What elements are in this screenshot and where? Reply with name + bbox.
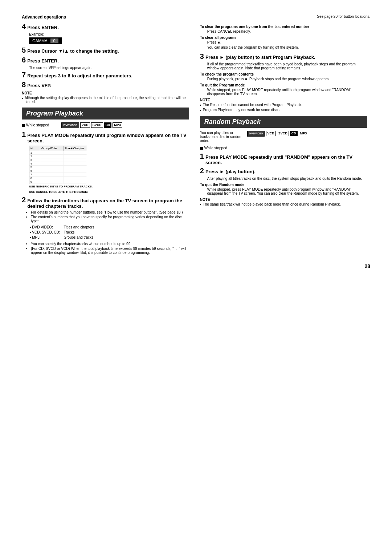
note-title-right: NOTE (200, 98, 367, 102)
program-caption-2: USE CANCEL TO DELETE THE PROGRAM. (29, 190, 189, 194)
step-8-heading: Press VFP. (27, 83, 51, 88)
note-section-left: NOTE • Although the setting display disa… (22, 91, 189, 104)
step-7-row: 7 Repeat steps 3 to 6 to adjust other pa… (22, 71, 189, 79)
badge-mp3: MP3 (113, 122, 122, 128)
right-col-upper: To clear the programs one by one from th… (200, 25, 367, 112)
prog-step-3-number: 3 (200, 52, 204, 61)
rand-step-1-number: 1 (200, 152, 204, 161)
table-row: 6 (29, 169, 87, 173)
page-header: Advanced operations See page 20 for butt… (22, 15, 370, 20)
note-text-random: The same title/track will not be played … (203, 202, 341, 206)
note-bullet-random: • (200, 202, 201, 207)
black-square-icon (22, 124, 25, 127)
step-7-heading: Repeat steps 3 to 6 to adjust other para… (27, 73, 132, 78)
rand-step-2-heading: Press ► (play button). (205, 169, 256, 174)
prog-step-1-heading: Press PLAY MODE repeatedly until program… (27, 133, 189, 143)
step-6-row: 6 Press ENTER. (22, 56, 189, 64)
prog-step-3-row: 3 Press ► (play button) to start Program… (200, 52, 367, 61)
random-while-stopped-label: While stopped (204, 146, 227, 150)
prog-step-3-desc: If all of the programmed tracks/files ha… (207, 62, 367, 70)
quit-random-heading: To quit the Random mode (200, 183, 367, 187)
disc-type-dvd-content: Titles and chapters (64, 225, 97, 230)
badge-vcd-random: VCD (266, 131, 276, 136)
badge-dvd: DVDVIDEO (61, 122, 79, 128)
program-playback-banner: Program Playback (22, 108, 189, 119)
table-row: 5 (29, 166, 87, 169)
step-5-number: 5 (22, 46, 26, 54)
while-stopped-row: While stopped DVDVIDEO VCD SVCD CD MP3 (22, 122, 189, 128)
random-while-stopped: While stopped (200, 146, 367, 150)
bullet-4: (For CD, SVCD or VCD) When the total pla… (31, 247, 189, 255)
bullet-1: For details on using the number buttons,… (31, 210, 189, 214)
badge-cd-random: CD (290, 131, 298, 136)
gamma-value: 0 (50, 39, 58, 43)
left-column: 4 Press ENTER. Example: GAMMA 0 5 Press … (22, 23, 189, 256)
clear-one-heading: To clear the programs one by one from th… (200, 25, 367, 29)
step-6-sub: The current VFP settings appear again. (29, 66, 189, 70)
clear-all-heading: To clear all programs (200, 36, 367, 40)
prog-step-3-heading: Press ► (play button) to start Program P… (205, 54, 315, 60)
badge-mp3-random: MP3 (299, 131, 309, 136)
quit-random-text: While stopped, press PLAY MODE repeatedl… (207, 187, 367, 195)
step-6-number: 6 (22, 56, 26, 64)
random-playback-banner: Random Playback (200, 116, 367, 128)
rand-step-2-desc: After playing all titles/tracks on the d… (207, 177, 367, 181)
gamma-label: GAMMA (32, 39, 48, 43)
badge-svcd-random: SVCD (277, 131, 289, 136)
quit-program-text: While stopped, press PLAY MODE repeatedl… (207, 88, 367, 96)
disc-type-mp3-label: • MP3: (30, 235, 63, 240)
table-row: 7 (29, 173, 87, 177)
note-text-right-2: Program Playback may not work for some d… (203, 108, 281, 112)
bullet-3: You can specify the chapters/tracks whos… (31, 242, 189, 246)
prog-step-1-row: 1 Press PLAY MODE repeatedly until progr… (22, 130, 189, 143)
section-label: Advanced operations (22, 15, 66, 20)
table-col-n: N (29, 146, 40, 151)
step2-extra-bullets: You can specify the chapters/tracks whos… (31, 242, 189, 255)
step-5-row: 5 Press Cursor ▼/▲ to change the setting… (22, 46, 189, 54)
random-black-square-icon (200, 147, 203, 150)
step-4-example-label: Example: (29, 32, 189, 36)
gamma-display: GAMMA 0 (29, 37, 62, 44)
clear-all-text2: You can also clear the program by turnin… (207, 45, 367, 49)
random-intro: You can play titles or tracks on a disc … (200, 131, 244, 143)
step-4-row: 4 Press ENTER. (22, 23, 189, 31)
check-program-text: During playback, press . Playback stops … (207, 77, 367, 81)
table-row: 3 (29, 158, 87, 162)
program-table-header: N Group/Title Track/Chapter (29, 146, 87, 151)
table-col-group: Group/Title (40, 146, 64, 151)
note-random: NOTE • The same title/track will not be … (200, 198, 367, 207)
clear-one-text: Press CANCEL repeatedly. (207, 29, 367, 33)
prog-step-2-heading: Follow the instructions that appears on … (27, 198, 189, 209)
note-title-random: NOTE (200, 198, 367, 202)
random-badge-group: DVDVIDEO VCD SVCD CD MP3 (247, 131, 308, 137)
badge-vcd: VCD (80, 122, 90, 128)
badge-group: DVDVIDEO VCD SVCD CD MP3 (61, 122, 122, 128)
while-stopped-label: While stopped (26, 123, 49, 127)
see-page-note: See page 20 for button locations. (317, 15, 370, 19)
table-row: 1 (29, 151, 87, 155)
prog-step-1-number: 1 (22, 130, 26, 139)
bullet-2: The content's numbers that you have to s… (31, 215, 189, 223)
quit-program-heading: To quit the Program mode (200, 83, 367, 87)
badge-cd: CD (104, 122, 111, 128)
clear-all-press: Press . (207, 40, 367, 44)
disc-type-table: • DVD VIDEO: Titles and chapters • VCD, … (29, 224, 98, 240)
note-text-right-1: The Resume function cannot be used with … (203, 103, 302, 107)
step-4-heading: Press ENTER. (27, 25, 59, 30)
rand-step-2-row: 2 Press ► (play button). (200, 167, 367, 175)
table-col-track: Track/Chapter (64, 146, 87, 151)
prog-step-2-row: 2 Follow the instructions that appears o… (22, 196, 189, 209)
disc-type-dvd-label: • DVD VIDEO: (30, 225, 63, 230)
disc-type-mp3-content: Groups and tracks (64, 235, 97, 240)
step-8-row: 8 Press VFP. (22, 81, 189, 89)
rand-step-1-heading: Press PLAY MODE repeatedly until "RANDOM… (205, 154, 367, 165)
program-caption-1: USE NUMERIC KEYS TO PROGRAM TRACKS. (29, 185, 189, 188)
program-table: N Group/Title Track/Chapter 1 2 3 4 5 6 … (29, 146, 87, 184)
page-number: 28 (22, 263, 370, 269)
rand-step-2-number: 2 (200, 167, 204, 175)
table-row: 9 (29, 180, 87, 184)
table-row: 4 (29, 162, 87, 166)
note-bullet-left: • (22, 96, 23, 100)
check-program-heading: To check the program contents (200, 72, 367, 76)
note-bullet-right-2: • (200, 108, 201, 112)
